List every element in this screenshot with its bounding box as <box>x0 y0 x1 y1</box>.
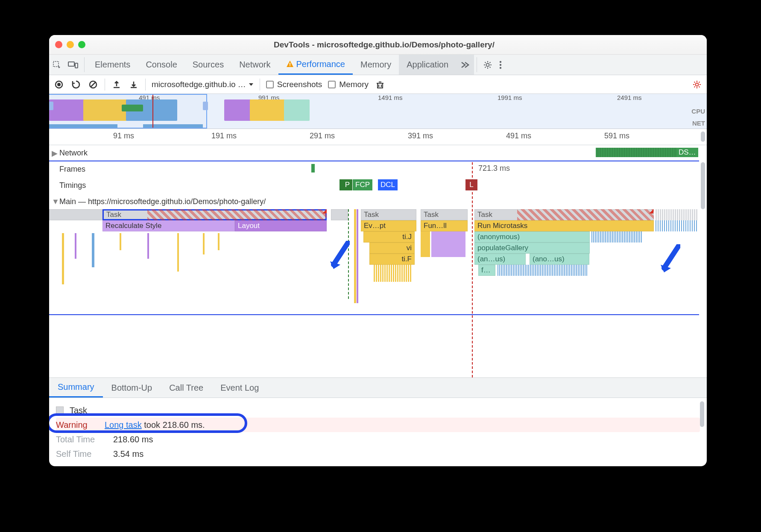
tab-sources[interactable]: Sources <box>185 55 231 75</box>
inspect-icon[interactable] <box>49 55 64 75</box>
dcl-mark[interactable]: DCL <box>378 179 398 190</box>
tab-summary[interactable]: Summary <box>49 378 103 398</box>
more-tabs-button[interactable] <box>456 55 474 75</box>
tab-bottom-up[interactable]: Bottom-Up <box>103 378 161 398</box>
devtools-window: DevTools - microsoftedge.github.io/Demos… <box>49 35 707 466</box>
memory-checkbox[interactable]: Memory <box>328 80 369 89</box>
self-time-row: Self Time 3.54 ms <box>56 447 700 461</box>
settings-icon[interactable] <box>480 55 496 75</box>
flame-task-2[interactable]: Task <box>361 209 416 220</box>
flame-task-3[interactable]: Task <box>421 209 468 220</box>
zoom-window-button[interactable] <box>78 41 85 48</box>
svg-rect-13 <box>378 83 383 88</box>
close-window-button[interactable] <box>55 41 62 48</box>
timeline-ruler[interactable]: 91 ms 191 ms 291 ms 391 ms 491 ms 591 ms <box>49 129 707 145</box>
tab-application[interactable]: Application <box>399 55 456 75</box>
svg-rect-3 <box>290 63 290 65</box>
frames-track-header[interactable]: Frames <box>49 161 707 178</box>
svg-point-6 <box>500 61 501 62</box>
caret-down-icon: ▼ <box>52 197 59 206</box>
flame-recalc-style[interactable]: Recalculate Style <box>102 220 235 231</box>
minimize-window-button[interactable] <box>67 41 74 48</box>
svg-line-12 <box>91 82 96 87</box>
flame-funll[interactable]: Fun…ll <box>421 220 468 231</box>
record-button[interactable] <box>53 79 64 90</box>
svg-rect-2 <box>75 63 78 68</box>
summary-panel: Task Warning Long task took 218.60 ms. T… <box>49 398 707 466</box>
tab-event-log[interactable]: Event Log <box>212 378 267 398</box>
flame-anonymous-1[interactable]: (anonymous) <box>474 231 590 243</box>
upload-icon[interactable] <box>111 79 122 90</box>
svg-point-10 <box>57 83 61 86</box>
reload-record-button[interactable] <box>70 79 82 90</box>
ruler-vscroll[interactable] <box>701 132 705 142</box>
tab-console[interactable]: Console <box>138 55 184 75</box>
flame-anus-1[interactable]: (an…us) <box>474 254 526 265</box>
tab-memory[interactable]: Memory <box>353 55 399 75</box>
flame-populate-gallery[interactable]: populateGallery <box>474 243 590 254</box>
traffic-lights <box>55 41 85 48</box>
warning-icon <box>286 60 294 68</box>
flame-evpt[interactable]: Ev…pt <box>361 220 416 231</box>
tab-network[interactable]: Network <box>231 55 278 75</box>
svg-point-5 <box>486 63 489 66</box>
svg-point-8 <box>500 67 501 68</box>
flame-run-microtasks[interactable]: Run Microtasks <box>474 220 654 231</box>
summary-title-row: Task <box>56 403 700 418</box>
caret-right-icon: ▶ <box>52 149 59 158</box>
flame-task-1[interactable]: Task <box>102 209 327 220</box>
titlebar: DevTools - microsoftedge.github.io/Demos… <box>49 35 707 55</box>
tab-performance[interactable]: Performance <box>278 55 353 75</box>
summary-vscroll[interactable] <box>700 401 704 427</box>
screenshots-checkbox[interactable]: Screenshots <box>266 80 322 89</box>
window-title: DevTools - microsoftedge.github.io/Demos… <box>93 40 701 50</box>
flame-task-4[interactable]: Task <box>474 209 654 220</box>
garbage-collect-icon[interactable] <box>375 79 386 90</box>
task-swatch <box>56 406 64 414</box>
flame-layout[interactable]: Layout <box>235 220 327 231</box>
overview-handle-right[interactable] <box>203 102 208 110</box>
time-marker: 721.3 ms <box>478 164 510 173</box>
tab-call-tree[interactable]: Call Tree <box>161 378 212 398</box>
svg-point-7 <box>500 64 501 65</box>
svg-rect-4 <box>290 65 290 66</box>
download-icon[interactable] <box>128 79 139 90</box>
network-block[interactable]: DS… <box>677 148 698 157</box>
device-toggle-icon[interactable] <box>64 55 82 75</box>
pane-vscroll[interactable] <box>701 162 705 209</box>
tab-elements[interactable]: Elements <box>87 55 138 75</box>
warning-row: Warning Long task took 218.60 ms. <box>56 418 700 432</box>
overview-handle-left[interactable] <box>49 102 53 110</box>
performance-toolbar: microsoftedge.github.io … Screenshots Me… <box>49 75 707 94</box>
flame-pane[interactable]: ▶ Network DS… 721.3 ms Frames Timings P … <box>49 145 707 377</box>
chevron-down-icon <box>249 82 254 87</box>
details-tabbar: Summary Bottom-Up Call Tree Event Log <box>49 377 707 398</box>
long-task-link[interactable]: Long task <box>105 420 142 430</box>
devtools-tabbar: Elements Console Sources Network Perform… <box>49 55 707 75</box>
capture-settings-icon[interactable] <box>691 79 702 90</box>
main-track-header[interactable]: ▼ Main — https://microsoftedge.github.io… <box>49 194 707 210</box>
total-time-row: Total Time 218.60 ms <box>56 432 700 447</box>
cpu-overview[interactable]: 491 ms 991 ms 1491 ms 1991 ms 2491 ms CP… <box>49 94 707 129</box>
fcp-mark[interactable]: FCP <box>353 179 372 190</box>
svg-rect-1 <box>68 62 74 66</box>
recording-selector[interactable]: microsoftedge.github.io … <box>152 80 254 89</box>
load-mark[interactable]: L <box>465 179 477 190</box>
flame-anus-2[interactable]: (ano…us) <box>530 254 589 265</box>
fp-mark[interactable]: P <box>340 179 352 190</box>
clear-button[interactable] <box>88 79 99 90</box>
svg-point-14 <box>696 83 699 86</box>
kebab-menu-icon[interactable] <box>496 55 505 75</box>
